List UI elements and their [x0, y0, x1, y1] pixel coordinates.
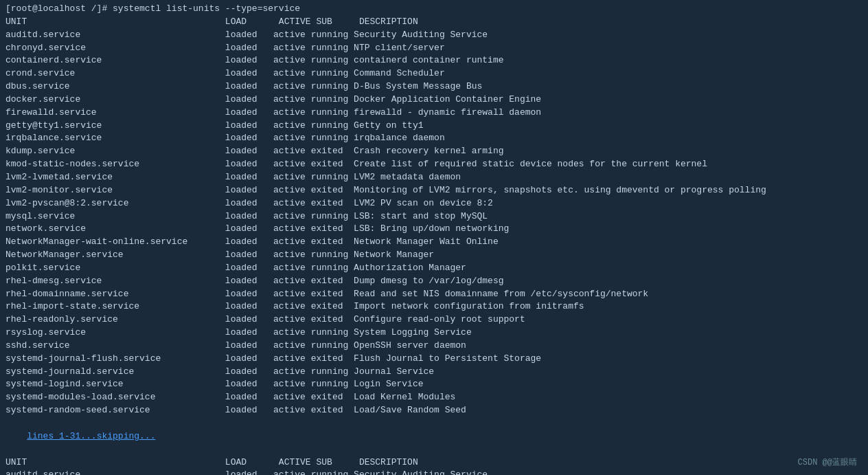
- service-list-2: auditd.service loaded active running Sec…: [5, 469, 863, 475]
- table-header-1: UNIT LOAD ACTIVE SUB DESCRIPTION: [5, 16, 863, 29]
- table-header-2: UNIT LOAD ACTIVE SUB DESCRIPTION: [5, 456, 863, 470]
- terminal: [root@localhost /]# systemctl list-units…: [0, 0, 868, 475]
- table-row: lvm2-pvscan@8:2.service loaded active ex…: [5, 197, 863, 210]
- table-row: lvm2-lvmetad.service loaded active runni…: [5, 171, 863, 184]
- service-list: auditd.service loaded active running Sec…: [5, 29, 863, 417]
- table-row: containerd.service loaded active running…: [5, 54, 863, 67]
- table-row: systemd-logind.service loaded active run…: [5, 378, 863, 391]
- table-row: kmod-static-nodes.service loaded active …: [5, 158, 863, 171]
- table-row: rhel-dmesg.service loaded active exited …: [5, 275, 863, 288]
- table-row: chronyd.service loaded active running NT…: [5, 42, 863, 55]
- table-row: rsyslog.service loaded active running Sy…: [5, 327, 863, 340]
- pager-link[interactable]: lines 1-31...skipping...: [27, 431, 155, 441]
- table-row: polkit.service loaded active running Aut…: [5, 262, 863, 275]
- table-row: auditd.service loaded active running Sec…: [5, 29, 863, 42]
- table-row: docker.service loaded active running Doc…: [5, 93, 863, 107]
- table-row: network.service loaded active exited LSB…: [5, 223, 863, 236]
- table-row: rhel-import-state.service loaded active …: [5, 300, 863, 313]
- table-row: lvm2-monitor.service loaded active exite…: [5, 184, 863, 197]
- table-row: systemd-random-seed.service loaded activ…: [5, 404, 863, 417]
- table-row: mysql.service loaded active running LSB:…: [5, 210, 863, 223]
- table-row: getty@tty1.service loaded active running…: [5, 120, 863, 133]
- command-prompt: [root@localhost /]# systemctl list-units…: [5, 3, 863, 16]
- table-row: systemd-modules-load.service loaded acti…: [5, 391, 863, 404]
- table-row: systemd-journald.service loaded active r…: [5, 366, 863, 379]
- table-row: irqbalance.service loaded active running…: [5, 132, 863, 145]
- table-row: rhel-domainname.service loaded active ex…: [5, 288, 863, 301]
- table-row: NetworkManager-wait-online.service loade…: [5, 236, 863, 249]
- table-row: firewalld.service loaded active running …: [5, 107, 863, 120]
- table-row: dbus.service loaded active running D-Bus…: [5, 80, 863, 93]
- table-row: crond.service loaded active running Comm…: [5, 67, 863, 80]
- table-row: NetworkManager.service loaded active run…: [5, 249, 863, 262]
- table-row: rhel-readonly.service loaded active exit…: [5, 313, 863, 327]
- table-row: kdump.service loaded active exited Crash…: [5, 145, 863, 158]
- watermark: CSDN @@蓝眼睛: [798, 456, 857, 468]
- pager-line: lines 1-31...skipping...: [5, 417, 863, 456]
- table-row: systemd-journal-flush.service loaded act…: [5, 353, 863, 366]
- table-row: auditd.service loaded active running Sec…: [5, 469, 863, 475]
- table-row: sshd.service loaded active running OpenS…: [5, 340, 863, 353]
